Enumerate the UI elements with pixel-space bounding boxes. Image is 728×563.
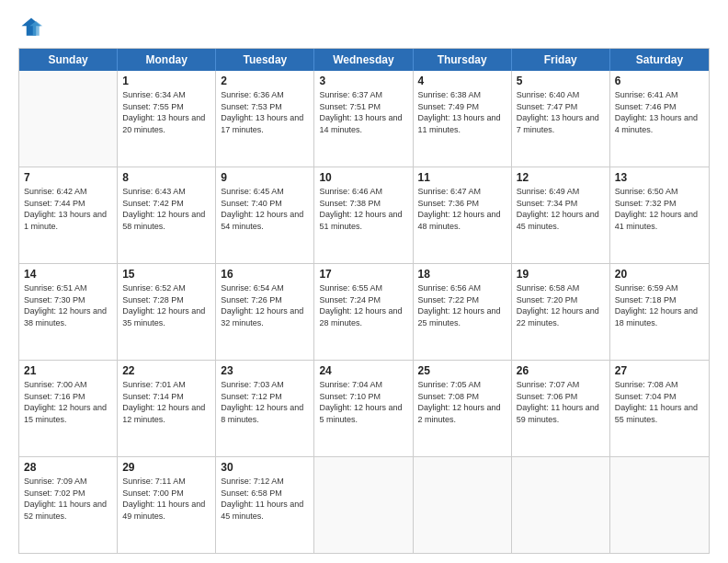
cal-cell: 6Sunrise: 6:41 AM Sunset: 7:46 PM Daylig… xyxy=(610,71,709,167)
day-info: Sunrise: 6:55 AM Sunset: 7:24 PM Dayligh… xyxy=(319,282,407,328)
day-number: 14 xyxy=(24,267,112,282)
cal-row-3: 21Sunrise: 7:00 AM Sunset: 7:16 PM Dayli… xyxy=(19,361,709,457)
day-info: Sunrise: 6:56 AM Sunset: 7:22 PM Dayligh… xyxy=(418,282,506,328)
cal-cell: 17Sunrise: 6:55 AM Sunset: 7:24 PM Dayli… xyxy=(314,264,413,360)
cal-cell: 12Sunrise: 6:49 AM Sunset: 7:34 PM Dayli… xyxy=(512,167,610,263)
day-number: 21 xyxy=(24,363,112,378)
day-number: 13 xyxy=(615,170,704,185)
day-number: 7 xyxy=(24,170,112,185)
calendar-header: SundayMondayTuesdayWednesdayThursdayFrid… xyxy=(19,49,709,71)
day-info: Sunrise: 6:38 AM Sunset: 7:49 PM Dayligh… xyxy=(418,89,506,135)
day-number: 17 xyxy=(319,267,407,282)
cal-row-1: 7Sunrise: 6:42 AM Sunset: 7:44 PM Daylig… xyxy=(19,167,709,264)
logo-icon xyxy=(18,15,44,40)
cal-cell xyxy=(19,71,118,167)
day-info: Sunrise: 6:43 AM Sunset: 7:42 PM Dayligh… xyxy=(122,186,210,232)
day-number: 6 xyxy=(615,74,704,88)
cal-row-2: 14Sunrise: 6:51 AM Sunset: 7:30 PM Dayli… xyxy=(19,264,709,361)
calendar-body: 1Sunrise: 6:34 AM Sunset: 7:55 PM Daylig… xyxy=(19,71,709,553)
cal-row-0: 1Sunrise: 6:34 AM Sunset: 7:55 PM Daylig… xyxy=(19,71,709,167)
day-number: 12 xyxy=(517,170,605,185)
cal-row-4: 28Sunrise: 7:09 AM Sunset: 7:02 PM Dayli… xyxy=(19,457,709,553)
cal-cell xyxy=(414,457,512,553)
day-number: 30 xyxy=(221,460,309,475)
day-info: Sunrise: 6:58 AM Sunset: 7:20 PM Dayligh… xyxy=(517,282,605,328)
calendar: SundayMondayTuesdayWednesdayThursdayFrid… xyxy=(18,48,710,554)
cal-cell: 2Sunrise: 6:36 AM Sunset: 7:53 PM Daylig… xyxy=(216,71,314,167)
cal-cell: 22Sunrise: 7:01 AM Sunset: 7:14 PM Dayli… xyxy=(118,361,216,456)
day-number: 28 xyxy=(24,460,112,475)
cal-cell xyxy=(512,457,610,553)
day-number: 16 xyxy=(221,267,309,282)
day-number: 3 xyxy=(319,74,407,88)
cal-cell: 25Sunrise: 7:05 AM Sunset: 7:08 PM Dayli… xyxy=(414,361,512,456)
day-info: Sunrise: 6:41 AM Sunset: 7:46 PM Dayligh… xyxy=(615,89,704,135)
cal-cell: 3Sunrise: 6:37 AM Sunset: 7:51 PM Daylig… xyxy=(314,71,413,167)
cal-cell: 4Sunrise: 6:38 AM Sunset: 7:49 PM Daylig… xyxy=(414,71,512,167)
day-info: Sunrise: 6:42 AM Sunset: 7:44 PM Dayligh… xyxy=(24,186,112,232)
day-info: Sunrise: 6:40 AM Sunset: 7:47 PM Dayligh… xyxy=(517,89,605,135)
day-info: Sunrise: 6:45 AM Sunset: 7:40 PM Dayligh… xyxy=(221,186,309,232)
day-info: Sunrise: 6:51 AM Sunset: 7:30 PM Dayligh… xyxy=(24,282,112,328)
cal-cell: 15Sunrise: 6:52 AM Sunset: 7:28 PM Dayli… xyxy=(118,264,216,360)
cal-cell: 10Sunrise: 6:46 AM Sunset: 7:38 PM Dayli… xyxy=(314,167,413,263)
cal-cell: 23Sunrise: 7:03 AM Sunset: 7:12 PM Dayli… xyxy=(216,361,314,456)
day-number: 24 xyxy=(319,363,407,378)
cal-cell: 1Sunrise: 6:34 AM Sunset: 7:55 PM Daylig… xyxy=(118,71,216,167)
day-number: 27 xyxy=(615,363,704,378)
day-number: 5 xyxy=(517,74,605,88)
day-number: 9 xyxy=(221,170,309,185)
cal-cell: 14Sunrise: 6:51 AM Sunset: 7:30 PM Dayli… xyxy=(19,264,118,360)
day-number: 26 xyxy=(517,363,605,378)
day-info: Sunrise: 6:36 AM Sunset: 7:53 PM Dayligh… xyxy=(221,89,309,135)
day-number: 8 xyxy=(122,170,210,185)
day-number: 23 xyxy=(221,363,309,378)
header-cell-sunday: Sunday xyxy=(19,49,118,71)
header xyxy=(18,15,710,40)
cal-cell: 9Sunrise: 6:45 AM Sunset: 7:40 PM Daylig… xyxy=(216,167,314,263)
day-info: Sunrise: 7:12 AM Sunset: 6:58 PM Dayligh… xyxy=(221,476,309,522)
cal-cell: 5Sunrise: 6:40 AM Sunset: 7:47 PM Daylig… xyxy=(512,71,610,167)
day-info: Sunrise: 7:05 AM Sunset: 7:08 PM Dayligh… xyxy=(418,379,506,425)
cal-cell: 11Sunrise: 6:47 AM Sunset: 7:36 PM Dayli… xyxy=(414,167,512,263)
header-cell-saturday: Saturday xyxy=(610,49,709,71)
day-info: Sunrise: 7:04 AM Sunset: 7:10 PM Dayligh… xyxy=(319,379,407,425)
header-cell-monday: Monday xyxy=(118,49,216,71)
header-cell-friday: Friday xyxy=(512,49,610,71)
cal-cell: 27Sunrise: 7:08 AM Sunset: 7:04 PM Dayli… xyxy=(610,361,709,456)
day-info: Sunrise: 6:47 AM Sunset: 7:36 PM Dayligh… xyxy=(418,186,506,232)
day-info: Sunrise: 7:07 AM Sunset: 7:06 PM Dayligh… xyxy=(517,379,605,425)
cal-cell: 13Sunrise: 6:50 AM Sunset: 7:32 PM Dayli… xyxy=(610,167,709,263)
day-number: 22 xyxy=(122,363,210,378)
day-number: 20 xyxy=(615,267,704,282)
day-number: 2 xyxy=(221,74,309,88)
cal-cell: 18Sunrise: 6:56 AM Sunset: 7:22 PM Dayli… xyxy=(414,264,512,360)
day-number: 4 xyxy=(418,74,506,88)
day-number: 19 xyxy=(517,267,605,282)
day-info: Sunrise: 7:00 AM Sunset: 7:16 PM Dayligh… xyxy=(24,379,112,425)
day-info: Sunrise: 6:37 AM Sunset: 7:51 PM Dayligh… xyxy=(319,89,407,135)
day-info: Sunrise: 6:49 AM Sunset: 7:34 PM Dayligh… xyxy=(517,186,605,232)
logo xyxy=(18,15,48,40)
day-info: Sunrise: 6:34 AM Sunset: 7:55 PM Dayligh… xyxy=(122,89,210,135)
day-info: Sunrise: 6:46 AM Sunset: 7:38 PM Dayligh… xyxy=(319,186,407,232)
day-info: Sunrise: 7:08 AM Sunset: 7:04 PM Dayligh… xyxy=(615,379,704,425)
day-info: Sunrise: 7:09 AM Sunset: 7:02 PM Dayligh… xyxy=(24,476,112,522)
page: SundayMondayTuesdayWednesdayThursdayFrid… xyxy=(0,0,728,563)
cal-cell: 7Sunrise: 6:42 AM Sunset: 7:44 PM Daylig… xyxy=(19,167,118,263)
cal-cell: 30Sunrise: 7:12 AM Sunset: 6:58 PM Dayli… xyxy=(216,457,314,553)
cal-cell: 28Sunrise: 7:09 AM Sunset: 7:02 PM Dayli… xyxy=(19,457,118,553)
cal-cell: 26Sunrise: 7:07 AM Sunset: 7:06 PM Dayli… xyxy=(512,361,610,456)
cal-cell: 24Sunrise: 7:04 AM Sunset: 7:10 PM Dayli… xyxy=(314,361,413,456)
cal-cell: 16Sunrise: 6:54 AM Sunset: 7:26 PM Dayli… xyxy=(216,264,314,360)
cal-cell: 19Sunrise: 6:58 AM Sunset: 7:20 PM Dayli… xyxy=(512,264,610,360)
cal-cell: 8Sunrise: 6:43 AM Sunset: 7:42 PM Daylig… xyxy=(118,167,216,263)
day-number: 10 xyxy=(319,170,407,185)
day-number: 29 xyxy=(122,460,210,475)
cal-cell: 29Sunrise: 7:11 AM Sunset: 7:00 PM Dayli… xyxy=(118,457,216,553)
day-info: Sunrise: 7:03 AM Sunset: 7:12 PM Dayligh… xyxy=(221,379,309,425)
day-info: Sunrise: 6:59 AM Sunset: 7:18 PM Dayligh… xyxy=(615,282,704,328)
day-info: Sunrise: 7:01 AM Sunset: 7:14 PM Dayligh… xyxy=(122,379,210,425)
day-number: 18 xyxy=(418,267,506,282)
day-info: Sunrise: 6:54 AM Sunset: 7:26 PM Dayligh… xyxy=(221,282,309,328)
